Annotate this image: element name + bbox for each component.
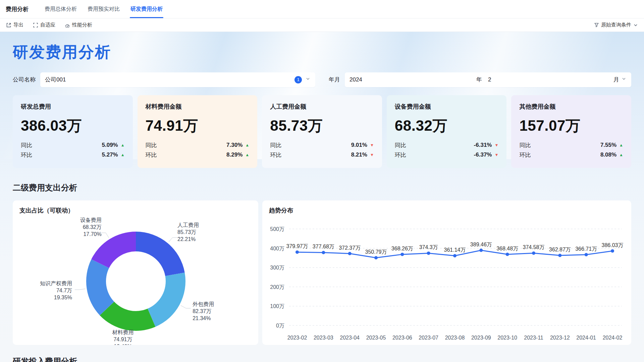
trend-point-label: 379.97万 (286, 243, 308, 249)
trend-point[interactable] (611, 249, 614, 253)
trend-line-chart: 0万100万200万300万400万500万2023-022023-032023… (262, 200, 631, 345)
trend-arrow-icon: ▲ (619, 143, 623, 147)
y-tick-label: 400万 (270, 245, 284, 251)
trend-arrow-icon: ▼ (370, 143, 374, 147)
trend-point[interactable] (322, 251, 325, 254)
tab-label: 研发费用分析 (130, 6, 163, 13)
x-tick-label: 2023-09 (471, 335, 491, 341)
page-title: 研发费用分析 (13, 32, 631, 61)
kpi-metric-value: -6.31% (474, 142, 492, 148)
kpi-value: 386.03万 (21, 116, 125, 136)
trend-arrow-icon: ▲ (121, 143, 125, 147)
trend-point[interactable] (558, 254, 561, 257)
kpi-metric-value: 9.01% (351, 142, 367, 148)
kpi-metric-label: 环比 (21, 151, 32, 159)
section-title-rd-investment: 研发投入费用分析 (13, 356, 631, 362)
kpi-title: 人工费用金额 (270, 103, 374, 111)
x-tick-label: 2023-04 (340, 335, 360, 341)
donut-label-leader (101, 233, 109, 238)
trend-point-label: 362.87万 (549, 247, 571, 252)
tab-label: 费用总体分析 (45, 6, 77, 13)
kpi-title: 设备费用金额 (395, 103, 499, 111)
trend-point[interactable] (585, 253, 588, 256)
fit-screen-button[interactable]: 自适应 (33, 22, 55, 28)
kpi-metric-label: 同比 (395, 141, 406, 149)
performance-analysis-button[interactable]: 性能分析 (65, 22, 92, 28)
year-unit-label: 年 (476, 76, 488, 83)
trend-point[interactable] (374, 256, 378, 259)
kpi-metric-label: 环比 (146, 151, 157, 159)
donut-chart-panel: 支出占比（可联动） 人工费用85.73万22.21%外包费用82.37万21.3… (13, 200, 258, 345)
trend-point[interactable] (348, 252, 352, 255)
month-select[interactable]: 2 月 (488, 76, 627, 83)
trend-point[interactable] (400, 253, 404, 256)
x-tick-label: 2023-06 (392, 335, 412, 341)
company-filter-group: 公司名称 公司001 1 (13, 72, 315, 87)
funnel-icon (594, 22, 599, 27)
month-value: 2 (488, 76, 491, 83)
donut-label-leader (75, 289, 86, 290)
performance-analysis-label: 性能分析 (72, 22, 92, 28)
y-tick-label: 500万 (270, 226, 284, 232)
company-select[interactable]: 公司001 1 (40, 72, 315, 87)
donut-segment[interactable] (148, 273, 185, 327)
year-select[interactable]: 2024 年 (350, 76, 488, 83)
donut-chart[interactable]: 人工费用85.73万22.21%外包费用82.37万21.34%材料费用74.9… (13, 200, 258, 345)
section-title-secondary-expense: 二级费用支出分析 (13, 183, 631, 192)
tab-budget-vs-actual[interactable]: 费用预实对比 (88, 0, 120, 18)
donut-segment-label: 外包费用82.37万21.34% (193, 301, 214, 321)
x-tick-label: 2023-10 (497, 335, 517, 341)
kpi-metric-label: 环比 (270, 151, 281, 159)
trend-arrow-icon: ▲ (619, 153, 623, 157)
month-unit-label: 月 (613, 76, 621, 83)
donut-chart-title: 支出占比（可联动） (19, 206, 74, 215)
kpi-metric-label: 同比 (21, 141, 32, 149)
kpi-metric-label: 同比 (270, 141, 281, 149)
export-icon (6, 22, 11, 28)
kpi-metric-value: 8.08% (600, 152, 616, 158)
donut-label-leader (169, 238, 177, 242)
kpi-metric-value: 8.29% (226, 152, 243, 158)
trend-point[interactable] (479, 249, 483, 252)
original-query-conditions-dropdown[interactable]: 原始查询条件 (594, 22, 638, 28)
trend-arrow-icon: ▼ (494, 143, 498, 147)
y-tick-label: 100万 (270, 303, 284, 309)
trend-point[interactable] (427, 251, 430, 255)
trend-point[interactable] (296, 250, 299, 254)
donut-segment-label: 知识产权费用74.7万19.35% (40, 281, 72, 300)
kpi-card-total-rd-expense: 研发总费用 386.03万 同比 5.09%▲ 环比 5.27%▲ (13, 95, 133, 168)
trend-arrow-icon: ▲ (121, 153, 125, 157)
x-tick-label: 2023-08 (445, 335, 465, 341)
kpi-value: 74.91万 (146, 116, 250, 136)
tab-cost-overall-analysis[interactable]: 费用总体分析 (45, 0, 77, 18)
trend-point-label: 389.46万 (470, 242, 492, 247)
x-tick-label: 2023-05 (366, 335, 386, 341)
kpi-metric-label: 同比 (519, 141, 531, 149)
trend-point[interactable] (532, 251, 535, 255)
y-tick-label: 300万 (270, 265, 284, 270)
x-tick-label: 2024-01 (576, 335, 596, 341)
trend-point-label: 377.68万 (313, 244, 334, 249)
page-content: 研发费用分析 公司名称 公司001 1 年月 2024 年 2 月 (0, 32, 644, 362)
kpi-metric-value: 7.55% (600, 142, 616, 148)
trend-point-label: 366.71万 (575, 246, 597, 252)
kpi-card-labor-expense: 人工费用金额 85.73万 同比 9.01%▼ 环比 8.21%▼ (262, 95, 382, 168)
query-conditions-label: 原始查询条件 (601, 22, 631, 28)
toolbar: 导出 自适应 性能分析 原始查询条件 (0, 18, 644, 32)
kpi-metric-value: -6.37% (474, 152, 492, 158)
kpi-metric-value: 8.21% (351, 152, 367, 158)
trend-point[interactable] (453, 254, 457, 257)
trend-arrow-icon: ▼ (370, 153, 374, 157)
gauge-icon (65, 22, 70, 28)
tab-rd-expense-analysis[interactable]: 研发费用分析 (130, 0, 163, 18)
export-button[interactable]: 导出 (6, 22, 23, 28)
top-tab-bar: 费用分析 费用总体分析 费用预实对比 研发费用分析 (0, 0, 644, 18)
kpi-metric-value: 7.30% (226, 142, 243, 148)
year-month-select[interactable]: 2024 年 2 月 (345, 72, 631, 87)
x-tick-label: 2023-11 (524, 335, 543, 341)
kpi-metric-value: 5.09% (102, 142, 118, 148)
kpi-card-material-expense: 材料费用金额 74.91万 同比 7.30%▲ 环比 8.29%▲ (138, 95, 258, 168)
donut-segment-label: 材料费用74.91万19.40% (112, 329, 133, 345)
kpi-title: 研发总费用 (21, 103, 125, 111)
trend-point[interactable] (506, 253, 509, 256)
